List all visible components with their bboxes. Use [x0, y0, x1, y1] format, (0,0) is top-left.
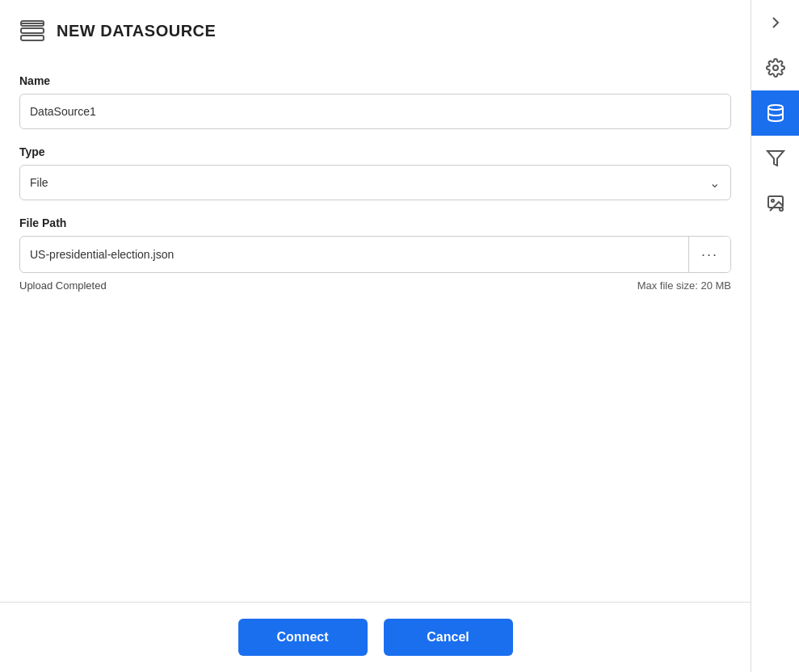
sidebar-item-settings[interactable]	[751, 45, 799, 90]
svg-rect-2	[21, 36, 44, 40]
filepath-label: File Path	[19, 216, 731, 229]
type-label: Type	[19, 145, 731, 158]
sidebar-item-datasource[interactable]	[751, 90, 799, 136]
type-select[interactable]: File Database API	[19, 165, 731, 200]
sidebar-item-filter[interactable]	[751, 136, 799, 181]
app-container: NEW DATASOURCE Name Type File Database A…	[0, 0, 799, 672]
gear-icon	[766, 58, 785, 78]
form-area: Name Type File Database API ⌄ File Path	[0, 58, 751, 602]
svg-marker-6	[767, 151, 784, 166]
name-label: Name	[19, 74, 731, 87]
database-icon	[766, 103, 785, 123]
browse-button[interactable]: ···	[688, 237, 730, 272]
svg-point-9	[780, 208, 783, 211]
datasource-header-icon	[19, 19, 45, 42]
svg-point-4	[773, 65, 778, 70]
file-status-row: Upload Completed Max file size: 20 MB	[19, 279, 731, 292]
sidebar-item-image-settings[interactable]	[751, 181, 799, 226]
chevron-right-icon	[766, 13, 785, 32]
filepath-row: ···	[19, 236, 731, 273]
max-file-size: Max file size: 20 MB	[637, 279, 731, 292]
svg-rect-1	[21, 28, 44, 33]
svg-point-5	[768, 105, 783, 110]
filepath-field-group: File Path ··· Upload Completed Max file …	[19, 216, 731, 292]
header: NEW DATASOURCE	[0, 0, 751, 58]
spacer	[19, 308, 731, 582]
image-gear-icon	[766, 194, 785, 213]
cancel-button[interactable]: Cancel	[384, 619, 513, 656]
page-title: NEW DATASOURCE	[57, 22, 216, 40]
svg-point-8	[772, 200, 774, 202]
name-field-group: Name	[19, 74, 731, 129]
type-field-group: Type File Database API ⌄	[19, 145, 731, 200]
type-select-wrapper: File Database API ⌄	[19, 165, 731, 200]
name-input[interactable]	[19, 94, 731, 129]
sidebar	[751, 0, 799, 672]
sidebar-item-expand[interactable]	[751, 0, 799, 45]
filepath-input[interactable]	[20, 237, 688, 272]
main-panel: NEW DATASOURCE Name Type File Database A…	[0, 0, 751, 672]
footer: Connect Cancel	[0, 602, 751, 672]
filter-icon	[766, 149, 785, 168]
connect-button[interactable]: Connect	[238, 619, 368, 656]
upload-status: Upload Completed	[19, 279, 107, 292]
